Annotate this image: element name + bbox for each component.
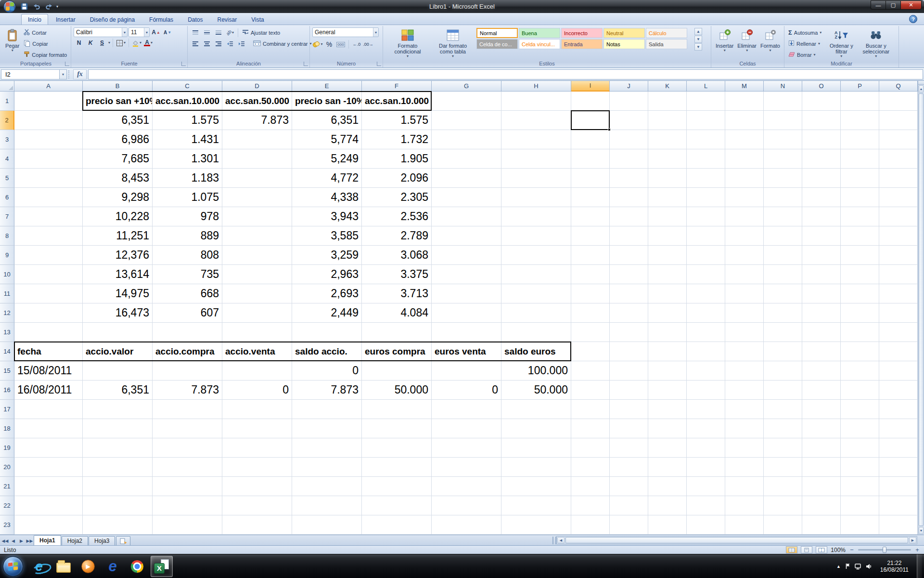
cell-style-c-lculo[interactable]: Cálculo: [646, 28, 687, 38]
cell-j14[interactable]: [610, 342, 648, 361]
column-header-l[interactable]: L: [687, 81, 725, 92]
row-header-23[interactable]: 23: [0, 515, 14, 535]
cell-c15[interactable]: [153, 361, 222, 381]
cell-e6[interactable]: 4,338: [292, 188, 362, 207]
customize-quick-access-dropdown[interactable]: ▾: [56, 4, 58, 9]
cell-n3[interactable]: [764, 130, 802, 149]
cell-f9[interactable]: 3.068: [362, 246, 432, 265]
cell-p13[interactable]: [841, 323, 879, 342]
cell-i1[interactable]: [571, 92, 610, 111]
cell-m22[interactable]: [725, 496, 764, 515]
cell-k20[interactable]: [648, 458, 687, 477]
cell-h1[interactable]: [501, 92, 571, 111]
cell-i18[interactable]: [571, 419, 610, 438]
office-button[interactable]: [3, 0, 16, 13]
cell-j6[interactable]: [610, 188, 648, 207]
cell-m2[interactable]: [725, 111, 764, 130]
cell-f14[interactable]: euros compra: [362, 342, 432, 361]
cell-c9[interactable]: 808: [153, 246, 222, 265]
cell-a2[interactable]: [14, 111, 83, 130]
cell-o4[interactable]: [802, 149, 841, 169]
name-box[interactable]: I2: [1, 69, 60, 79]
cell-f8[interactable]: 2.789: [362, 226, 432, 246]
cell-d6[interactable]: [222, 188, 292, 207]
cell-n17[interactable]: [764, 400, 802, 419]
cell-n8[interactable]: [764, 226, 802, 246]
cell-d21[interactable]: [222, 477, 292, 496]
row-header-3[interactable]: 3: [0, 130, 14, 149]
cell-n11[interactable]: [764, 284, 802, 303]
column-header-b[interactable]: B: [83, 81, 153, 92]
cell-k1[interactable]: [648, 92, 687, 111]
cell-f10[interactable]: 3.375: [362, 265, 432, 284]
cell-a15[interactable]: 15/08/2011: [14, 361, 83, 381]
cell-a6[interactable]: [14, 188, 83, 207]
cell-n9[interactable]: [764, 246, 802, 265]
cell-e19[interactable]: [292, 438, 362, 458]
last-sheet-button[interactable]: ▶▶: [26, 537, 34, 545]
format-as-table-button[interactable]: Dar formato como tabla ▾: [430, 27, 476, 59]
gallery-more-button[interactable]: ▼: [694, 43, 702, 51]
cell-p3[interactable]: [841, 130, 879, 149]
cell-m14[interactable]: [725, 342, 764, 361]
cell-e1[interactable]: precio san -10%: [292, 92, 362, 111]
cell-p5[interactable]: [841, 169, 879, 188]
decrease-indent-button[interactable]: [225, 39, 235, 49]
cell-b11[interactable]: 14,975: [83, 284, 153, 303]
row-header-8[interactable]: 8: [0, 226, 14, 246]
wrap-text-button[interactable]: Ajustar texto: [241, 27, 282, 38]
cell-f11[interactable]: 3.713: [362, 284, 432, 303]
cell-g9[interactable]: [432, 246, 501, 265]
row-header-22[interactable]: 22: [0, 496, 14, 515]
column-header-p[interactable]: P: [841, 81, 879, 92]
cell-q3[interactable]: [879, 130, 918, 149]
cell-i16[interactable]: [571, 381, 610, 400]
cell-f16[interactable]: 50.000: [362, 381, 432, 400]
cell-j12[interactable]: [610, 303, 648, 323]
font-dialog-launcher[interactable]: [181, 62, 186, 66]
cell-d1[interactable]: acc.san.50.000: [222, 92, 292, 111]
cell-p2[interactable]: [841, 111, 879, 130]
cell-a12[interactable]: [14, 303, 83, 323]
insert-function-button[interactable]: fx: [73, 69, 87, 79]
column-header-q[interactable]: Q: [879, 81, 918, 92]
cell-d15[interactable]: [222, 361, 292, 381]
cell-b17[interactable]: [83, 400, 153, 419]
cell-a5[interactable]: [14, 169, 83, 188]
cell-n21[interactable]: [764, 477, 802, 496]
cell-m1[interactable]: [725, 92, 764, 111]
cell-m7[interactable]: [725, 207, 764, 226]
cell-q1[interactable]: [879, 92, 918, 111]
find-select-button[interactable]: Buscar y seleccionar▾: [858, 27, 894, 59]
sheet-tab-hoja3[interactable]: Hoja3: [89, 536, 115, 545]
cell-l14[interactable]: [687, 342, 725, 361]
cell-p22[interactable]: [841, 496, 879, 515]
cell-d11[interactable]: [222, 284, 292, 303]
cell-g18[interactable]: [432, 419, 501, 438]
format-cells-button[interactable]: Formato▾: [758, 27, 782, 53]
cell-b4[interactable]: 7,685: [83, 149, 153, 169]
cell-o8[interactable]: [802, 226, 841, 246]
vertical-scroll-thumb[interactable]: [919, 93, 924, 526]
cell-n1[interactable]: [764, 92, 802, 111]
cell-e13[interactable]: [292, 323, 362, 342]
row-header-15[interactable]: 15: [0, 361, 14, 381]
column-header-o[interactable]: O: [802, 81, 841, 92]
cell-d8[interactable]: [222, 226, 292, 246]
cell-n16[interactable]: [764, 381, 802, 400]
row-header-1[interactable]: 1: [0, 92, 14, 111]
row-header-17[interactable]: 17: [0, 400, 14, 419]
cell-a1[interactable]: [14, 92, 83, 111]
borders-button[interactable]: ▾: [116, 38, 126, 48]
cell-k16[interactable]: [648, 381, 687, 400]
cell-h12[interactable]: [501, 303, 571, 323]
cell-o1[interactable]: [802, 92, 841, 111]
cell-g13[interactable]: [432, 323, 501, 342]
ribbon-tab-dise-o-de-p-gina[interactable]: Diseño de página: [83, 14, 141, 25]
vertical-split-handle[interactable]: [918, 81, 924, 85]
cell-j7[interactable]: [610, 207, 648, 226]
cell-m10[interactable]: [725, 265, 764, 284]
cell-d12[interactable]: [222, 303, 292, 323]
cell-l10[interactable]: [687, 265, 725, 284]
cell-d3[interactable]: [222, 130, 292, 149]
